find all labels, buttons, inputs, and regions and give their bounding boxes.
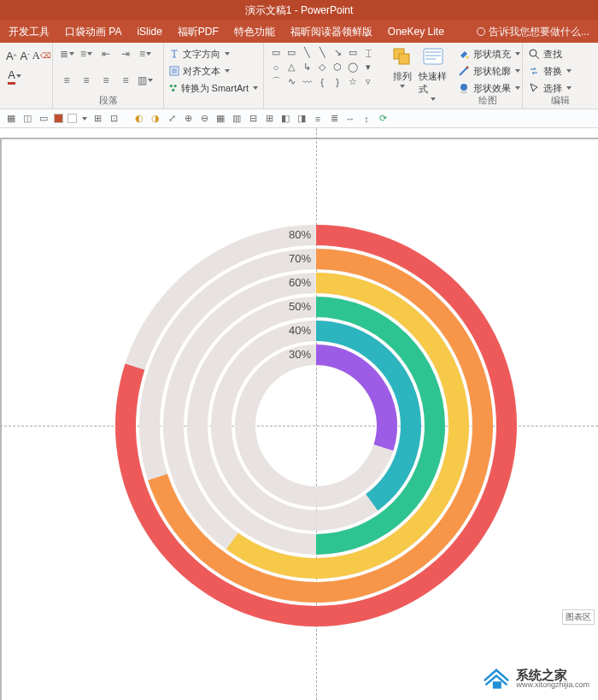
tab-special[interactable]: 特色功能 xyxy=(234,25,275,39)
shape-arc-icon[interactable]: ⌒ xyxy=(269,75,283,88)
justify-button[interactable]: ≡ xyxy=(117,73,134,88)
numbering-button[interactable]: ≡ xyxy=(78,46,95,62)
qat-icon-1[interactable]: ▦ xyxy=(5,113,17,125)
align-text-button[interactable]: 对齐文本 xyxy=(169,63,258,79)
ring-label-30: 30% xyxy=(284,348,311,361)
qat-icon-10[interactable]: ⊖ xyxy=(198,113,210,125)
qat-icon-5[interactable]: ⊡ xyxy=(108,113,120,125)
align-center-button[interactable]: ≡ xyxy=(78,73,95,88)
qat-icon-4[interactable]: ⊞ xyxy=(91,113,103,125)
svg-point-1 xyxy=(170,85,173,87)
shape-lbrace-icon[interactable]: { xyxy=(315,75,329,88)
qat-icon-6[interactable]: ◐ xyxy=(133,113,145,125)
watermark: 系统之家 www.xitongzhijia.com xyxy=(482,666,589,691)
group-shapes-gallery[interactable]: ▭ ▭ ╲ ╲ ↘ ▭ ⌶ ○ △ ↳ ◇ ⬡ ◯ ▾ ⌒ ∿ 〰 { } ☆ … xyxy=(263,43,383,109)
qat-icon-14[interactable]: ⊞ xyxy=(263,113,275,125)
slide-canvas[interactable]: 80% 70% 60% 50% 40% 30% 图表区 系统之家 www.xit… xyxy=(0,128,598,700)
shape-circle-icon[interactable]: ○ xyxy=(269,61,283,74)
increase-indent-button[interactable]: ⇥ xyxy=(117,46,134,62)
qat-icon-8[interactable]: ⤢ xyxy=(166,113,178,125)
qat-icon-11[interactable]: ▦ xyxy=(214,113,226,125)
tell-me-text: 告诉我您想要做什么... xyxy=(489,25,589,39)
shape-rbrace-icon[interactable]: } xyxy=(331,75,344,88)
ring-label-40: 40% xyxy=(284,324,311,337)
ring-label-70: 70% xyxy=(284,252,311,265)
qat-swatch-red[interactable] xyxy=(54,114,63,123)
shape-rect-icon[interactable]: ▭ xyxy=(269,46,283,59)
qat-icon-12[interactable]: ▥ xyxy=(231,113,243,125)
shape-line2-icon[interactable]: ╲ xyxy=(315,46,329,59)
tell-me-search[interactable]: 告诉我您想要做什么... xyxy=(477,25,589,39)
tab-foxit-reader[interactable]: 福昕阅读器领鲜版 xyxy=(290,25,372,39)
tab-islide[interactable]: iSlide xyxy=(137,26,161,38)
find-button[interactable]: 查找 xyxy=(528,46,593,62)
shape-diamond-icon[interactable]: ◇ xyxy=(315,61,329,74)
qat-icon-3[interactable]: ▭ xyxy=(38,113,50,125)
svg-point-2 xyxy=(174,85,177,87)
window-title: 演示文稿1 - PowerPoint xyxy=(0,0,598,21)
text-direction-button[interactable]: 文字方向 xyxy=(169,46,258,62)
align-left-button[interactable]: ≡ xyxy=(58,73,75,88)
bullets-button[interactable]: ≣ xyxy=(58,46,75,62)
svg-point-9 xyxy=(460,91,467,94)
chart-area-selector[interactable]: 图表区 xyxy=(562,609,595,625)
group-arrange-styles: 排列 快速样式 xyxy=(383,43,453,109)
shape-hex-icon[interactable]: ⬡ xyxy=(331,61,344,74)
tab-onekey-lite[interactable]: OneKey Lite xyxy=(388,26,444,38)
shape-more-icon[interactable]: ▾ xyxy=(361,61,375,74)
qat-icon-19[interactable]: ↔ xyxy=(344,113,356,125)
tab-developer[interactable]: 开发工具 xyxy=(9,25,50,39)
group-font: A^ Aˇ A⌫ A xyxy=(0,43,53,109)
qat-swatch-caret[interactable] xyxy=(82,117,87,121)
shape-connector-icon[interactable]: ↳ xyxy=(300,61,314,74)
line-spacing-button[interactable]: ≡ xyxy=(137,46,154,62)
decrease-indent-button[interactable]: ⇤ xyxy=(97,46,114,62)
shape-arrow-icon[interactable]: ↘ xyxy=(331,46,344,59)
qat-icon-2[interactable]: ◫ xyxy=(21,113,33,125)
qat-icon-18[interactable]: ≣ xyxy=(328,113,340,125)
qat-icon-15[interactable]: ◧ xyxy=(279,113,291,125)
qat-icon-9[interactable]: ⊕ xyxy=(182,113,194,125)
selection-border-left xyxy=(0,138,2,700)
radial-chart[interactable] xyxy=(115,225,517,626)
decrease-font-button[interactable]: Aˇ xyxy=(19,47,30,64)
tab-foxit-pdf[interactable]: 福昕PDF xyxy=(178,25,219,39)
shape-free-icon[interactable]: 〰 xyxy=(300,75,314,88)
shape-round-icon[interactable]: ◯ xyxy=(346,61,360,74)
shape-fill-button[interactable]: 形状填充 xyxy=(458,46,517,62)
svg-point-10 xyxy=(530,50,536,56)
convert-smartart-button[interactable]: 转换为 SmartArt xyxy=(169,80,258,96)
align-right-button[interactable]: ≡ xyxy=(97,73,114,88)
shape-effects-icon xyxy=(458,82,470,94)
qat-icon-13[interactable]: ⊟ xyxy=(247,113,259,125)
find-icon xyxy=(528,48,540,60)
shape-rect2-icon[interactable]: ▭ xyxy=(284,46,298,59)
qat-icon-20[interactable]: ↕ xyxy=(361,113,372,125)
shape-outline-button[interactable]: 形状轮廓 xyxy=(458,63,517,79)
shape-curve-icon[interactable]: ∿ xyxy=(284,75,298,88)
increase-font-button[interactable]: A^ xyxy=(5,47,17,64)
qat-refresh-icon[interactable]: ⟳ xyxy=(377,113,389,125)
shape-text-icon[interactable]: ⌶ xyxy=(361,46,375,59)
replace-button[interactable]: 替换 xyxy=(528,63,593,79)
shape-outline-icon xyxy=(458,65,470,77)
arrange-button[interactable]: 排列 xyxy=(388,46,417,88)
shapes-gallery[interactable]: ▭ ▭ ╲ ╲ ↘ ▭ ⌶ ○ △ ↳ ◇ ⬡ ◯ ▾ ⌒ ∿ 〰 { } ☆ … xyxy=(269,46,381,88)
qat-icon-17[interactable]: ≡ xyxy=(312,113,324,125)
quick-styles-button[interactable]: 快速样式 xyxy=(419,46,448,101)
ribbon-tabs: 开发工具 口袋动画 PA iSlide 福昕PDF 特色功能 福昕阅读器领鲜版 … xyxy=(0,21,598,43)
columns-button[interactable]: ▥ xyxy=(137,73,154,88)
qat-icon-16[interactable]: ◨ xyxy=(296,113,308,125)
qat-swatch-white[interactable] xyxy=(67,114,77,123)
shape-star-icon[interactable]: ☆ xyxy=(346,75,360,88)
clear-formatting-button[interactable]: A⌫ xyxy=(32,47,51,64)
shape-rect3-icon[interactable]: ▭ xyxy=(346,46,360,59)
tab-pocket-anim[interactable]: 口袋动画 PA xyxy=(65,25,121,39)
shape-line-icon[interactable]: ╲ xyxy=(300,46,314,59)
shape-triangle-icon[interactable]: △ xyxy=(284,61,298,74)
group-paragraph: ≣ ≡ ⇤ ⇥ ≡ ≡ ≡ ≡ ≡ ▥ 段落 xyxy=(53,43,164,109)
qat-icon-7[interactable]: ◑ xyxy=(150,113,161,125)
shape-expand-icon[interactable]: ▿ xyxy=(361,75,375,88)
ring-label-50: 50% xyxy=(284,300,311,313)
font-color-button[interactable]: A xyxy=(5,68,24,85)
